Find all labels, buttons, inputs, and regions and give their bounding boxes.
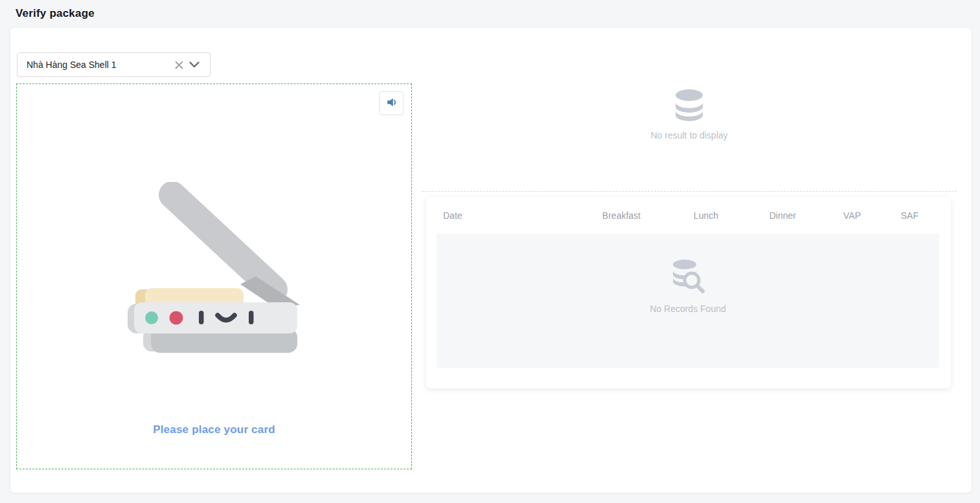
col-header-lunch: Lunch [641,210,718,221]
restaurant-select-value: Nhà Hàng Sea Shell 1 [27,60,171,70]
result-empty-state: No result to display [422,89,957,140]
col-header-vap: VAP [796,210,861,221]
table-header-row: Date Breakfast Lunch Dinner VAP SAF [426,197,951,234]
page-title: Verify package [16,7,95,20]
col-header-breakfast: Breakfast [556,210,641,221]
dashed-separator [422,191,957,192]
main-card: Nhà Hàng Sea Shell 1 [10,28,972,493]
clear-icon[interactable] [171,57,187,73]
database-icon [675,114,703,125]
chevron-down-icon[interactable] [187,57,202,73]
col-header-saf: SAF [861,210,918,221]
no-records-state: No Records Found [437,260,939,314]
card-scan-zone: Please place your card [16,84,412,469]
restaurant-select[interactable]: Nhà Hàng Sea Shell 1 [17,52,211,77]
speaker-icon [385,96,398,110]
no-records-message: No Records Found [437,304,939,314]
result-empty-message: No result to display [422,130,957,140]
col-header-date: Date [443,210,556,221]
sound-toggle-button[interactable] [379,91,404,115]
col-header-dinner: Dinner [718,210,796,221]
scanner-illustration [124,182,305,357]
scan-prompt: Please place your card [17,423,411,436]
table-body: No Records Found [437,234,939,368]
verification-table: Date Breakfast Lunch Dinner VAP SAF [426,197,951,388]
results-panel: No result to display Date Breakfast Lunc… [422,84,957,469]
database-search-icon [668,289,708,300]
